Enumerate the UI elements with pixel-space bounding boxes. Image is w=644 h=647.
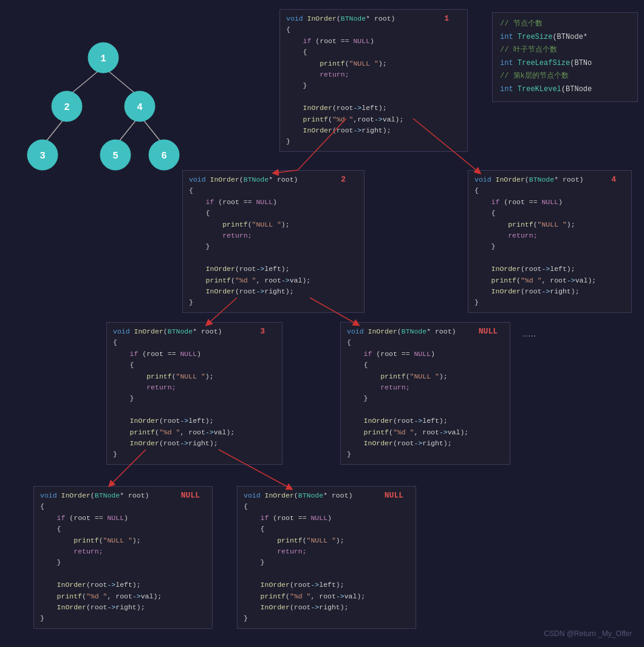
svg-text:2: 2: [64, 102, 70, 113]
svg-text:3: 3: [39, 151, 46, 162]
code-box-1: void InOrder(BTNode* root) 1 { if (root …: [279, 9, 468, 152]
tree-svg: 1 2 3 4 5 6: [18, 18, 188, 188]
rp-line6: int TreeKLevel(BTNode: [500, 83, 630, 97]
code-box-2: void InOrder(BTNode* root) 2 { if (root …: [182, 170, 365, 313]
right-panel: // 节点个数 int TreeSize(BTNode* // 叶子节点个数 i…: [492, 12, 638, 102]
rp-line3: // 叶子节点个数: [500, 44, 630, 57]
svg-text:6: 6: [161, 151, 167, 162]
code-box-5: void InOrder(BTNode* root) NULL { if (ro…: [340, 322, 510, 465]
watermark: CSDN @Return _My_Offer: [544, 629, 632, 638]
rp-line4: int TreeLeafSize(BTNo: [500, 57, 630, 70]
code-box-3: void InOrder(BTNode* root) 3 { if (root …: [106, 322, 283, 465]
svg-text:4: 4: [137, 102, 143, 113]
code-box-4: void InOrder(BTNode* root) 4 { if (root …: [468, 170, 632, 313]
tree-diagram: 1 2 3 4 5 6: [18, 18, 188, 188]
rp-line2: int TreeSize(BTNode*: [500, 31, 630, 44]
code-box-6: void InOrder(BTNode* root) NULL { if (ro…: [33, 486, 213, 629]
code-box-7: void InOrder(BTNode* root) NULL { if (ro…: [237, 486, 416, 629]
svg-text:5: 5: [112, 151, 118, 162]
svg-text:1: 1: [100, 53, 106, 64]
rp-line1: // 节点个数: [500, 18, 630, 31]
dots-label: .....: [522, 328, 536, 339]
main-container: 1 2 3 4 5 6 // 节点个数 int TreeSize(BTNode*…: [0, 0, 644, 647]
rp-line5: // 第k层的节点个数: [500, 70, 630, 83]
